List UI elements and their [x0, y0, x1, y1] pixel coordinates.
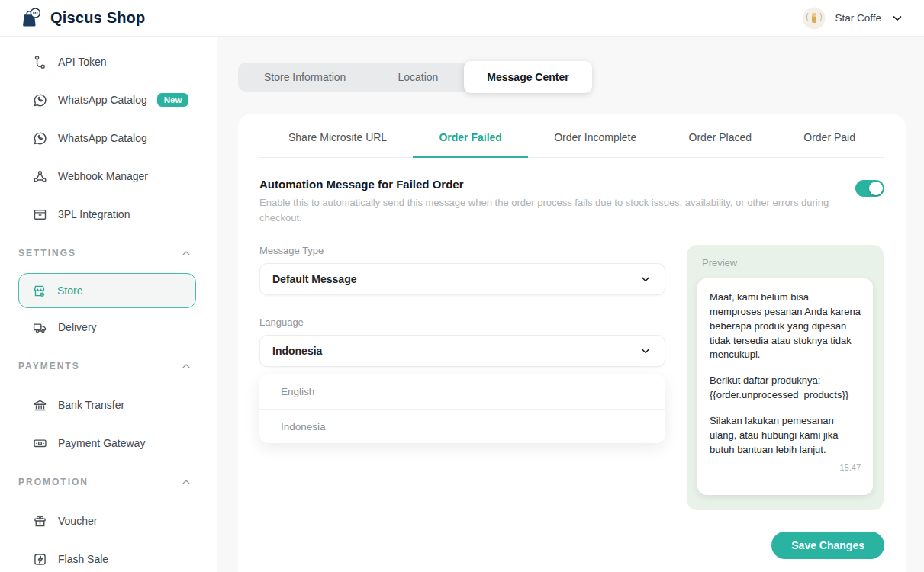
- sidebar-item-whatsapp-catalog-new[interactable]: WhatsApp Catalog New: [0, 81, 217, 119]
- sidebar-item-delivery[interactable]: Delivery: [0, 308, 217, 346]
- chevron-up-icon: [180, 476, 192, 488]
- automation-form: Message Type Default Message Language In…: [259, 245, 665, 443]
- message-subtabs: Share Microsite URL Order Failed Order I…: [259, 114, 884, 158]
- sidebar: API Token WhatsApp Catalog New WhatsApp …: [0, 37, 217, 572]
- subtab-order-placed[interactable]: Order Placed: [663, 114, 778, 157]
- sidebar-item-store[interactable]: Store: [18, 273, 196, 308]
- subtab-order-paid[interactable]: Order Paid: [778, 114, 881, 157]
- sidebar-item-3pl-integration[interactable]: 3PL Integration: [0, 195, 217, 233]
- language-options-dropdown: English Indonesia: [259, 374, 665, 443]
- sidebar-item-voucher[interactable]: Voucher: [0, 502, 217, 540]
- webhook-icon: [32, 169, 48, 185]
- sidebar-item-bank-transfer[interactable]: Bank Transfer: [0, 386, 217, 424]
- message-center-card: Share Microsite URL Order Failed Order I…: [238, 114, 906, 572]
- app-title: Qiscus Shop: [50, 9, 145, 27]
- automation-text: Automation Message for Failed Order Enab…: [259, 178, 841, 225]
- preview-panel: Preview Maaf, kami belum bisa memproses …: [687, 245, 884, 510]
- sidebar-section-payments[interactable]: PAYMENTS: [0, 346, 217, 386]
- user-name: Star Coffe: [835, 12, 881, 24]
- sidebar-item-label: Store: [57, 284, 82, 297]
- truck-icon: [32, 320, 48, 336]
- language-select[interactable]: Indonesia: [259, 335, 665, 367]
- sidebar-item-webhook-manager[interactable]: Webhook Manager: [0, 157, 217, 195]
- preview-message-bubble: Maaf, kami belum bisa memproses pesanan …: [697, 278, 873, 495]
- message-type-value: Default Message: [272, 273, 356, 285]
- sidebar-item-label: API Token: [58, 56, 107, 68]
- flash-icon: [32, 551, 48, 567]
- section-title: PAYMENTS: [18, 361, 80, 371]
- sidebar-item-label: WhatsApp Catalog: [58, 94, 147, 106]
- tab-location[interactable]: Location: [372, 63, 464, 92]
- preview-paragraph: Berikut daftar produknya: {{order.unproc…: [710, 374, 861, 403]
- sidebar-item-label: Payment Gateway: [58, 437, 145, 449]
- subtab-share-microsite-url[interactable]: Share Microsite URL: [262, 114, 413, 157]
- chevron-up-icon: [180, 360, 192, 372]
- language-value: Indonesia: [272, 345, 322, 357]
- chevron-down-icon: [639, 344, 652, 358]
- sidebar-section-settings[interactable]: SETTINGS: [0, 233, 217, 273]
- sidebar-item-label: 3PL Integration: [58, 208, 130, 220]
- tab-store-information[interactable]: Store Information: [238, 63, 372, 92]
- storefront-icon: [31, 283, 47, 299]
- page-tabs: Store Information Location Message Cente…: [238, 63, 592, 92]
- box-icon: [32, 207, 48, 223]
- language-option-indonesia[interactable]: Indonesia: [259, 409, 665, 443]
- language-label: Language: [259, 317, 665, 328]
- automation-title: Automation Message for Failed Order: [259, 178, 841, 191]
- automation-header-row: Automation Message for Failed Order Enab…: [259, 178, 884, 225]
- chevron-up-icon: [180, 247, 192, 259]
- language-option-english[interactable]: English: [259, 374, 665, 409]
- chevron-down-icon: [639, 272, 652, 286]
- whatsapp-icon: [32, 130, 48, 146]
- sidebar-item-api-token[interactable]: API Token: [0, 43, 217, 81]
- sidebar-item-label: Delivery: [58, 321, 97, 333]
- section-title: SETTINGS: [18, 248, 76, 259]
- bank-icon: [32, 397, 48, 413]
- section-title: PROMOTION: [18, 477, 89, 487]
- sidebar-item-label: Flash Sale: [58, 553, 108, 565]
- sidebar-item-label: WhatsApp Catalog: [58, 132, 147, 144]
- main-content: Store Information Location Message Cente…: [217, 37, 924, 572]
- language-field: Language Indonesia English Indonesia: [259, 317, 665, 443]
- sidebar-item-label: Voucher: [58, 515, 97, 527]
- cash-icon: [32, 435, 48, 451]
- app-header: Qiscus Shop Star Coffe: [0, 0, 924, 37]
- sidebar-item-label: Bank Transfer: [58, 399, 124, 411]
- brand: Qiscus Shop: [20, 7, 145, 30]
- subtab-order-incomplete[interactable]: Order Incomplete: [528, 114, 662, 157]
- message-type-field: Message Type Default Message: [259, 245, 665, 295]
- token-key-icon: [32, 54, 48, 70]
- preview-paragraph: Silakan lakukan pemesanan ulang, atau hu…: [710, 414, 861, 458]
- sidebar-item-whatsapp-catalog[interactable]: WhatsApp Catalog: [0, 119, 217, 157]
- subtab-order-failed[interactable]: Order Failed: [413, 114, 527, 157]
- message-type-select[interactable]: Default Message: [259, 263, 665, 295]
- sidebar-item-label: Webhook Manager: [58, 170, 148, 182]
- tab-message-center[interactable]: Message Center: [464, 61, 591, 93]
- avatar: [803, 7, 826, 30]
- sidebar-section-promotion[interactable]: PROMOTION: [0, 462, 217, 502]
- new-badge: New: [157, 93, 189, 107]
- gift-icon: [32, 513, 48, 529]
- save-changes-button[interactable]: Save Changes: [771, 532, 884, 559]
- sidebar-item-flash-sale[interactable]: Flash Sale: [0, 540, 217, 572]
- automation-toggle[interactable]: [855, 180, 884, 197]
- chevron-down-icon: [890, 11, 904, 25]
- user-menu[interactable]: Star Coffe: [803, 7, 904, 30]
- whatsapp-icon: [32, 92, 48, 108]
- preview-paragraph: Maaf, kami belum bisa memproses pesanan …: [710, 291, 861, 362]
- preview-timestamp: 15.47: [710, 463, 861, 472]
- automation-description: Enable this to automatically send this m…: [259, 195, 841, 225]
- qiscus-shop-logo-icon: [20, 7, 43, 30]
- message-type-label: Message Type: [259, 245, 665, 256]
- preview-label: Preview: [697, 257, 873, 268]
- sidebar-item-payment-gateway[interactable]: Payment Gateway: [0, 424, 217, 462]
